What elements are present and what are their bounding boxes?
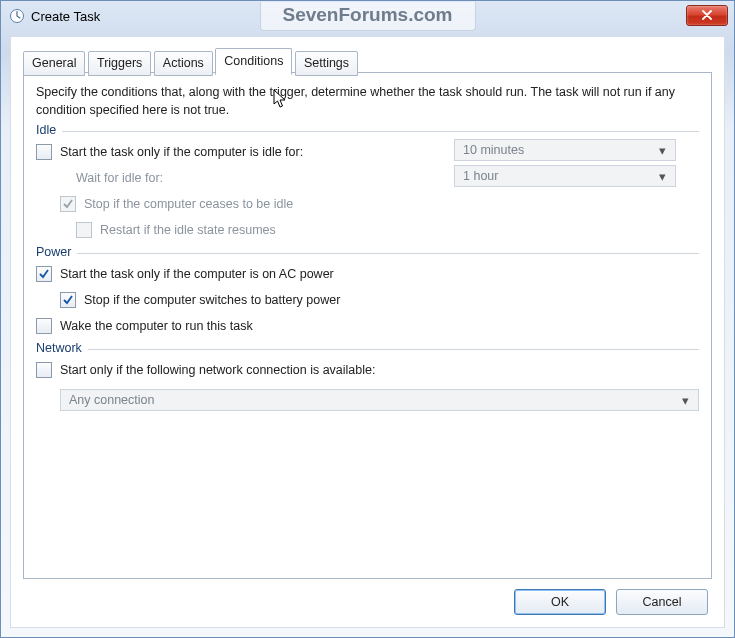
checkbox-wake[interactable] xyxy=(36,318,52,334)
row-stop-cease-idle: Stop if the computer ceases to be idle xyxy=(60,191,699,217)
tab-settings[interactable]: Settings xyxy=(295,51,358,76)
combo-idle-duration[interactable]: 10 minutes ▾ xyxy=(454,139,676,161)
group-label-network: Network xyxy=(36,341,82,355)
watermark: SevenForums.com xyxy=(260,2,476,31)
combo-wait-duration[interactable]: 1 hour ▾ xyxy=(454,165,676,187)
net-combo-wrap: Any connection ▾ xyxy=(60,389,699,411)
combo-network-connection[interactable]: Any connection ▾ xyxy=(60,389,699,411)
group-header-network: Network xyxy=(36,341,699,355)
checkbox-network-start[interactable] xyxy=(36,362,52,378)
dialog-window: Create Task SevenForums.com General Trig… xyxy=(0,0,735,638)
tab-actions[interactable]: Actions xyxy=(154,51,213,76)
label-wake: Wake the computer to run this task xyxy=(60,319,253,333)
chevron-down-icon: ▾ xyxy=(653,143,671,158)
task-scheduler-icon xyxy=(9,8,25,24)
label-restart-idle: Restart if the idle state resumes xyxy=(100,223,276,237)
group-label-idle: Idle xyxy=(36,123,56,137)
tab-triggers[interactable]: Triggers xyxy=(88,51,151,76)
separator xyxy=(62,131,699,132)
checkbox-idle-start[interactable] xyxy=(36,144,52,160)
tab-general[interactable]: General xyxy=(23,51,85,76)
separator xyxy=(88,349,699,350)
close-button[interactable] xyxy=(686,5,728,26)
ok-label: OK xyxy=(551,595,569,609)
label-network-start: Start only if the following network conn… xyxy=(60,363,375,377)
checkbox-stop-battery[interactable] xyxy=(60,292,76,308)
label-ac-power: Start the task only if the computer is o… xyxy=(60,267,334,281)
row-restart-idle: Restart if the idle state resumes xyxy=(76,217,699,243)
checkbox-stop-cease-idle xyxy=(60,196,76,212)
checkbox-ac-power[interactable] xyxy=(36,266,52,282)
idle-combo-column: 10 minutes ▾ 1 hour ▾ xyxy=(454,139,676,187)
tab-conditions[interactable]: Conditions xyxy=(215,48,292,75)
combo-network-value: Any connection xyxy=(69,393,154,407)
ok-button[interactable]: OK xyxy=(514,589,606,615)
group-label-power: Power xyxy=(36,245,71,259)
label-stop-cease-idle: Stop if the computer ceases to be idle xyxy=(84,197,293,211)
group-header-idle: Idle xyxy=(36,123,699,137)
chevron-down-icon: ▾ xyxy=(653,169,671,184)
dialog-buttons: OK Cancel xyxy=(514,589,708,615)
row-network-start: Start only if the following network conn… xyxy=(36,357,699,383)
group-header-power: Power xyxy=(36,245,699,259)
content-area: General Triggers Actions Conditions Sett… xyxy=(10,36,725,628)
chevron-down-icon: ▾ xyxy=(676,393,694,408)
row-ac-power: Start the task only if the computer is o… xyxy=(36,261,699,287)
separator xyxy=(77,253,699,254)
titlebar: Create Task SevenForums.com xyxy=(1,1,734,31)
label-idle-start: Start the task only if the computer is i… xyxy=(60,145,303,159)
conditions-description: Specify the conditions that, along with … xyxy=(36,83,699,119)
cancel-button[interactable]: Cancel xyxy=(616,589,708,615)
row-wake: Wake the computer to run this task xyxy=(36,313,699,339)
row-stop-battery: Stop if the computer switches to battery… xyxy=(60,287,699,313)
label-wait-idle: Wait for idle for: xyxy=(76,171,163,185)
close-icon xyxy=(702,9,712,23)
cancel-label: Cancel xyxy=(643,595,682,609)
checkbox-restart-idle xyxy=(76,222,92,238)
tab-strip: General Triggers Actions Conditions Sett… xyxy=(23,47,712,73)
window-title: Create Task xyxy=(31,9,100,24)
combo-idle-duration-value: 10 minutes xyxy=(463,143,524,157)
combo-wait-duration-value: 1 hour xyxy=(463,169,498,183)
conditions-panel: Specify the conditions that, along with … xyxy=(23,72,712,579)
label-stop-battery: Stop if the computer switches to battery… xyxy=(84,293,340,307)
